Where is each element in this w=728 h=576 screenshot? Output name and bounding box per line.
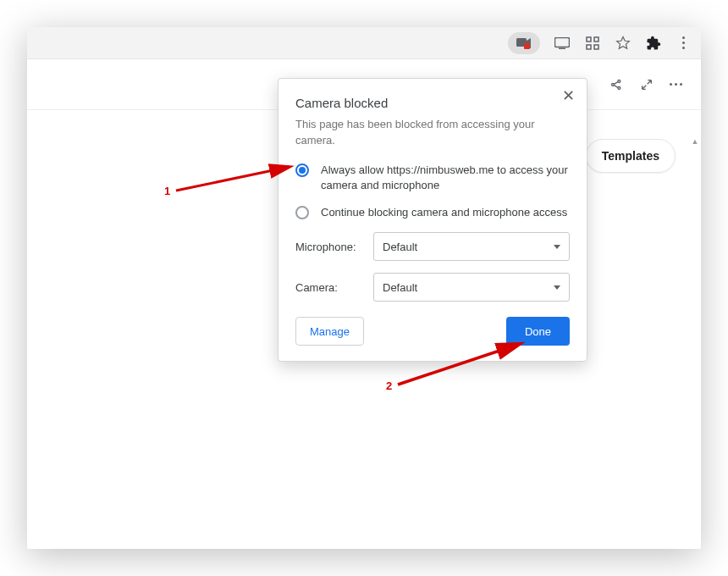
- camera-permission-popup: ✕ Camera blocked This page has been bloc…: [278, 78, 587, 362]
- annotation-2-label: 2: [386, 379, 392, 392]
- radio-option-allow[interactable]: Always allow https://nimbusweb.me to acc…: [295, 163, 570, 193]
- svg-line-13: [176, 167, 290, 191]
- chevron-down-icon: [554, 285, 560, 290]
- bookmark-star-icon[interactable]: [615, 35, 631, 52]
- manage-button-label: Manage: [310, 325, 350, 338]
- camera-blocked-indicator[interactable]: [508, 32, 540, 54]
- cast-icon[interactable]: [554, 35, 571, 52]
- popup-title: Camera blocked: [295, 96, 570, 110]
- done-button[interactable]: Done: [506, 317, 570, 346]
- more-icon[interactable]: [670, 83, 682, 86]
- svg-rect-1: [524, 43, 530, 49]
- camera-select[interactable]: Default: [373, 273, 570, 302]
- popup-subtitle: This page has been blocked from accessin…: [295, 117, 570, 149]
- svg-point-8: [612, 83, 615, 86]
- svg-rect-7: [594, 45, 598, 49]
- popup-actions: Manage Done: [295, 317, 570, 346]
- svg-rect-2: [555, 37, 570, 47]
- chevron-down-icon: [554, 245, 560, 249]
- browser-toolbar: [27, 27, 701, 59]
- camera-value: Default: [383, 281, 417, 294]
- annotation-1-label: 1: [164, 185, 170, 197]
- svg-point-9: [618, 80, 620, 82]
- radio-option-block[interactable]: Continue blocking camera and microphone …: [295, 205, 570, 220]
- microphone-label: Microphone:: [295, 241, 363, 253]
- camera-row: Camera: Default: [295, 273, 570, 302]
- kebab-menu-icon[interactable]: [676, 36, 691, 49]
- svg-line-11: [614, 81, 618, 84]
- svg-rect-5: [594, 37, 598, 42]
- camera-label: Camera:: [295, 281, 363, 294]
- templates-tab[interactable]: Templates: [586, 139, 676, 173]
- radio-allow-label: Always allow https://nimbusweb.me to acc…: [321, 163, 570, 193]
- microphone-row: Microphone: Default: [295, 232, 570, 261]
- share-icon[interactable]: [609, 77, 624, 92]
- extensions-puzzle-icon[interactable]: [645, 35, 662, 52]
- radio-block-label: Continue blocking camera and microphone …: [321, 205, 567, 220]
- svg-line-12: [614, 85, 618, 87]
- done-button-label: Done: [525, 325, 551, 338]
- svg-point-10: [618, 86, 620, 89]
- svg-rect-3: [559, 47, 565, 49]
- manage-button[interactable]: Manage: [295, 317, 364, 346]
- microphone-value: Default: [383, 241, 417, 253]
- templates-tab-label: Templates: [602, 149, 659, 163]
- radio-selected-icon[interactable]: [295, 163, 309, 177]
- close-icon[interactable]: ✕: [560, 87, 576, 104]
- microphone-select[interactable]: Default: [373, 232, 570, 261]
- apps-grid-icon[interactable]: [584, 35, 601, 52]
- scroll-up-icon[interactable]: ▲: [691, 137, 699, 146]
- scrollbar[interactable]: ▲: [691, 137, 699, 391]
- svg-rect-4: [587, 37, 591, 42]
- expand-icon[interactable]: [639, 77, 654, 92]
- svg-rect-6: [587, 45, 591, 49]
- radio-unselected-icon[interactable]: [295, 206, 309, 219]
